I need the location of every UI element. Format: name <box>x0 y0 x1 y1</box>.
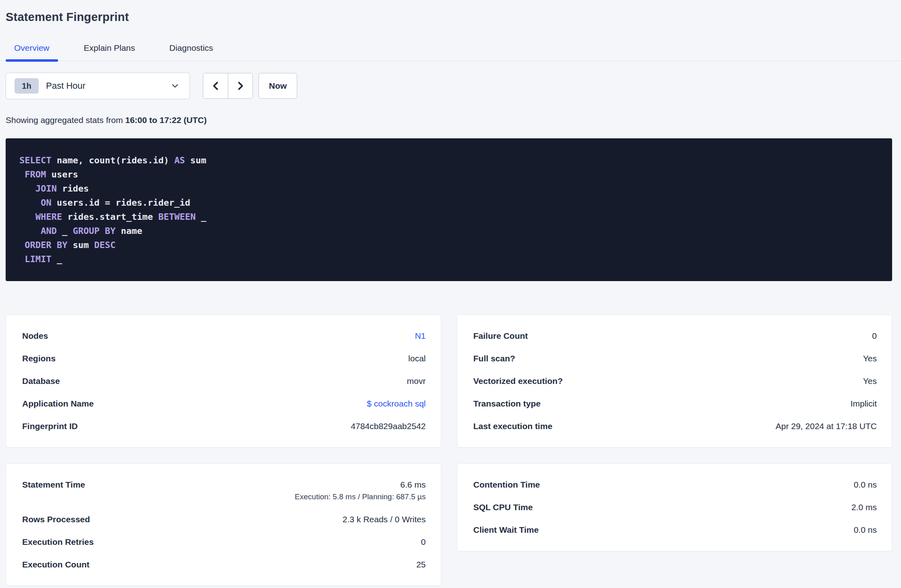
info-row-label: Full scan? <box>473 353 515 364</box>
info-row-value: movr <box>407 376 426 386</box>
info-row-label: Execution Retries <box>22 537 94 547</box>
info-row-value-wrap: 2.3 k Reads / 0 Writes <box>342 514 425 525</box>
card-execution-attributes-rows: Failure Count0Full scan?YesVectorized ex… <box>473 325 877 438</box>
sql-text: sum <box>67 240 94 250</box>
info-row: Execution Retries0 <box>22 531 426 553</box>
info-row: Failure Count0 <box>473 325 877 347</box>
sql-line: ON users.id = rides.rider_id <box>19 196 878 210</box>
sql-statement-box: SELECT name, count(rides.id) AS sum FROM… <box>6 138 892 281</box>
sql-text: name <box>115 226 142 236</box>
info-row-label: Transaction type <box>473 398 541 409</box>
info-row-label: Fingerprint ID <box>22 421 78 432</box>
info-row-value-link[interactable]: $ cockroach sql <box>367 399 426 408</box>
info-row: Contention Time0.0 ns <box>473 473 877 496</box>
sql-keyword: LIMIT <box>25 254 51 264</box>
info-row-label: Execution Count <box>22 559 90 570</box>
info-row-value: Implicit <box>851 399 877 408</box>
sql-keyword: ORDER BY <box>25 240 67 250</box>
info-row: Databasemovr <box>22 370 426 392</box>
previous-time-range-button[interactable] <box>203 73 228 98</box>
info-row-value: 0.0 ns <box>854 480 877 489</box>
sql-text: _ <box>196 212 206 222</box>
sql-line: ORDER BY sum DESC <box>19 238 878 252</box>
tab-diagnostics[interactable]: Diagnostics <box>161 38 222 60</box>
info-row-value: 4784cb829aab2542 <box>351 421 426 431</box>
info-row: Full scan?Yes <box>473 347 877 370</box>
tab-bar: Overview Explain Plans Diagnostics <box>0 38 901 61</box>
info-row-label: Application Name <box>22 398 94 409</box>
info-row-value-link[interactable]: N1 <box>415 331 426 340</box>
time-range-badge: 1h <box>15 78 39 94</box>
tab-explain-plans[interactable]: Explain Plans <box>75 38 144 60</box>
info-row-label: SQL CPU Time <box>473 502 533 513</box>
info-row-value-wrap: $ cockroach sql <box>367 398 426 409</box>
sql-line: FROM users <box>19 167 878 181</box>
sql-line: WHERE rides.start_time BETWEEN _ <box>19 210 878 224</box>
info-row-value-wrap: 2.0 ms <box>851 502 877 513</box>
timing-cards-row: Statement Time6.6 msExecution: 5.8 ms / … <box>6 463 892 586</box>
next-time-range-button[interactable] <box>228 73 252 98</box>
info-row-value: 0 <box>872 331 877 340</box>
tab-explain-plans-label: Explain Plans <box>84 43 135 52</box>
info-row-value-wrap: 25 <box>416 559 425 570</box>
tab-overview[interactable]: Overview <box>6 38 58 60</box>
time-range-label: Past Hour <box>46 81 170 91</box>
sql-text <box>19 212 35 222</box>
info-row-value-wrap: 6.6 msExecution: 5.8 ms / Planning: 687.… <box>295 480 426 502</box>
info-row-value: 25 <box>416 560 425 569</box>
sql-line: SELECT name, count(rides.id) AS sum <box>19 153 878 167</box>
sql-text: _ <box>57 226 73 236</box>
info-row: Application Name$ cockroach sql <box>22 392 426 415</box>
sql-text <box>19 254 25 264</box>
info-row-label: Nodes <box>22 331 48 341</box>
info-row: Last execution timeApr 29, 2024 at 17:18… <box>473 415 877 438</box>
card-statement-details-rows: NodesN1RegionslocalDatabasemovrApplicati… <box>22 325 426 438</box>
info-row-value-wrap: 0 <box>872 331 877 341</box>
info-row: Statement Time6.6 msExecution: 5.8 ms / … <box>22 473 426 508</box>
sql-keyword: DESC <box>94 240 115 250</box>
sql-text: name, count(rides.id) <box>51 155 174 165</box>
sql-keyword: WHERE <box>35 212 62 222</box>
sql-keyword: GROUP BY <box>73 226 115 236</box>
info-row-value: Yes <box>863 376 877 386</box>
info-row: NodesN1 <box>22 325 426 347</box>
sql-text: users <box>46 169 78 179</box>
now-button[interactable]: Now <box>259 73 297 99</box>
info-row-value: 0.0 ns <box>854 525 877 534</box>
info-row-value-wrap: 4784cb829aab2542 <box>351 421 426 432</box>
info-row-value-wrap: Implicit <box>851 398 877 409</box>
info-row-label: Statement Time <box>22 480 85 490</box>
card-wait-times: Contention Time0.0 nsSQL CPU Time2.0 msC… <box>457 463 893 551</box>
sql-text: _ <box>51 254 62 264</box>
tab-diagnostics-label: Diagnostics <box>169 43 213 52</box>
info-row-label: Failure Count <box>473 331 528 341</box>
sql-keyword: SELECT <box>19 155 51 165</box>
info-row-value: Apr 29, 2024 at 17:18 UTC <box>776 421 877 431</box>
sql-keyword: AND <box>41 226 57 236</box>
card-statement-times: Statement Time6.6 msExecution: 5.8 ms / … <box>6 463 441 586</box>
sql-text <box>19 169 25 179</box>
chevron-left-icon <box>210 80 221 92</box>
sql-line: JOIN rides <box>19 181 878 196</box>
sql-keyword: AS <box>174 155 185 165</box>
time-range-select[interactable]: 1h Past Hour <box>6 73 190 99</box>
info-row-value-wrap: Yes <box>863 353 877 364</box>
card-execution-attributes: Failure Count0Full scan?YesVectorized ex… <box>457 315 893 448</box>
sql-text <box>19 198 41 208</box>
info-row: Transaction typeImplicit <box>473 392 877 415</box>
time-step-button-group <box>203 73 253 99</box>
info-row-value-wrap: local <box>408 353 425 364</box>
info-row-label: Vectorized execution? <box>473 376 563 386</box>
info-row-value: 2.3 k Reads / 0 Writes <box>342 515 425 524</box>
aggregated-stats-prefix: Showing aggregated stats from <box>6 115 125 125</box>
info-row-label: Contention Time <box>473 480 540 490</box>
sql-line: AND _ GROUP BY name <box>19 224 878 238</box>
tab-overview-label: Overview <box>14 43 50 52</box>
info-row-value-wrap: Yes <box>863 376 877 386</box>
sql-keyword: JOIN <box>35 183 57 194</box>
aggregated-stats-line: Showing aggregated stats from 16:00 to 1… <box>6 115 901 125</box>
info-row-subvalue: Execution: 5.8 ms / Planning: 687.5 µs <box>295 492 426 502</box>
chevron-down-icon <box>170 81 180 91</box>
sql-text: sum <box>185 155 206 165</box>
info-row-value: 0 <box>421 537 426 546</box>
